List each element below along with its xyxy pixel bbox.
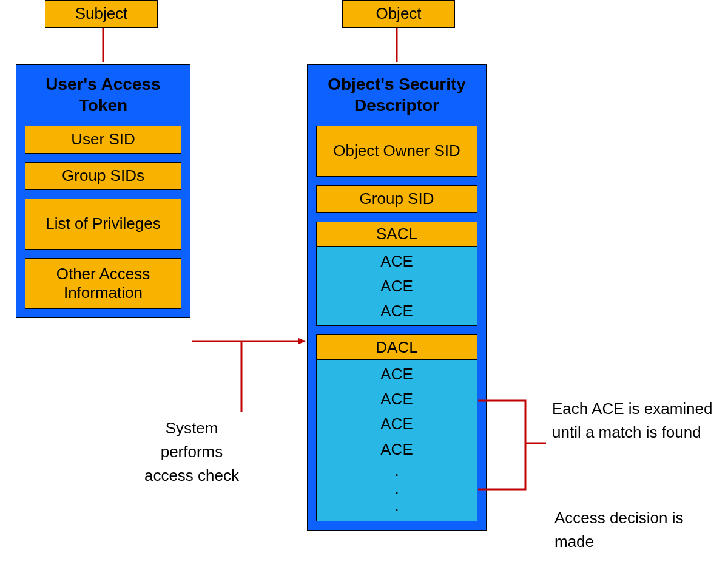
dacl-ace: ACE — [380, 364, 413, 385]
sacl-label: SACL — [376, 225, 417, 243]
sacl-group: SACL ACE ACE ACE — [316, 222, 477, 326]
access-check-annotation: System performs access check — [137, 416, 246, 487]
dacl-ace: . — [394, 464, 399, 478]
dacl-ace: ACE — [380, 389, 413, 410]
group-sids-box: Group SIDs — [25, 162, 181, 190]
dacl-ace: ACE — [380, 413, 413, 435]
group-sid-label: Group SID — [360, 189, 434, 208]
sacl-header: SACL — [316, 222, 477, 247]
other-access-label: Other Access Information — [25, 265, 181, 302]
dacl-ace: ACE — [380, 439, 413, 460]
ace-examined-annotation: Each ACE is examined until a match is fo… — [552, 397, 722, 444]
access-decision-annotation: Access decision is made — [554, 506, 712, 554]
dacl-header: DACL — [316, 334, 477, 360]
dacl-ace: . — [394, 499, 399, 513]
dacl-label: DACL — [376, 338, 417, 357]
security-descriptor-title: Object's Security Descriptor — [308, 65, 486, 126]
sacl-ace: ACE — [380, 300, 413, 322]
object-chip: Object — [342, 0, 455, 28]
privileges-label: List of Privileges — [46, 214, 160, 233]
sacl-ace: ACE — [380, 251, 413, 272]
subject-label: Subject — [75, 4, 128, 23]
user-sid-box: User SID — [25, 126, 181, 154]
other-access-box: Other Access Information — [25, 258, 181, 309]
owner-sid-label: Object Owner SID — [333, 141, 460, 160]
subject-chip: Subject — [45, 0, 158, 28]
dacl-group: DACL ACE ACE ACE ACE . . . — [316, 334, 477, 521]
sacl-ace-list: ACE ACE ACE — [316, 247, 477, 326]
sacl-ace: ACE — [380, 276, 413, 297]
dacl-ace-list: ACE ACE ACE ACE . . . — [316, 360, 477, 521]
object-label: Object — [376, 4, 421, 23]
access-token-title: User's Access Token — [16, 65, 190, 126]
group-sids-label: Group SIDs — [62, 166, 144, 185]
security-descriptor-box: Object's Security Descriptor Object Owne… — [307, 64, 487, 531]
access-token-box: User's Access Token User SID Group SIDs … — [16, 64, 190, 318]
owner-sid-box: Object Owner SID — [316, 126, 477, 177]
group-sid-box: Group SID — [316, 185, 477, 213]
privileges-box: List of Privileges — [25, 199, 181, 250]
dacl-ace: . — [394, 481, 399, 495]
user-sid-label: User SID — [71, 130, 135, 149]
